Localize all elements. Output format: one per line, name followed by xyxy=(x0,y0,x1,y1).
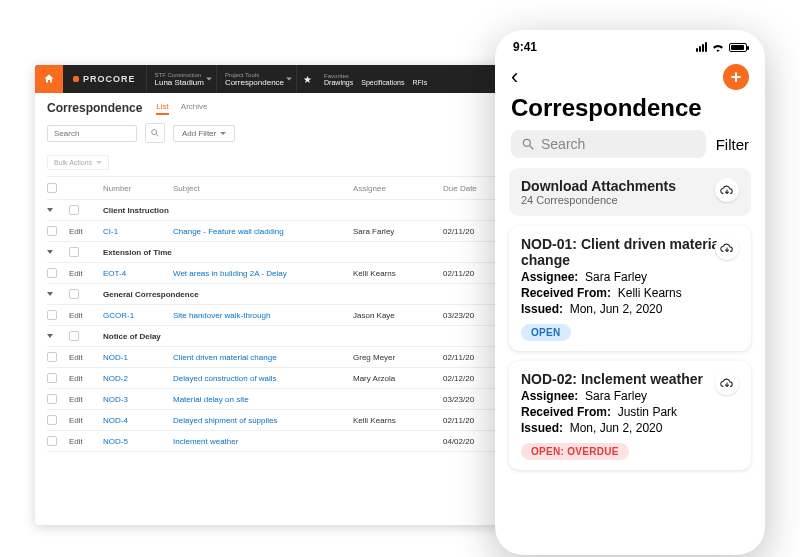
tabs: List Archive xyxy=(156,102,207,115)
row-due-date: 02/11/20 xyxy=(443,227,503,236)
edit-link[interactable]: Edit xyxy=(69,353,103,362)
row-due-date: 02/12/20 xyxy=(443,374,503,383)
fav-link[interactable]: Specifications xyxy=(361,79,404,86)
row-assignee: Kelli Kearns xyxy=(353,416,443,425)
row-due-date: 02/11/20 xyxy=(443,416,503,425)
cloud-download-icon[interactable] xyxy=(715,371,739,395)
row-due-date: 03/23/20 xyxy=(443,311,503,320)
edit-link[interactable]: Edit xyxy=(69,395,103,404)
status-bar: 9:41 xyxy=(495,30,765,58)
search-button[interactable] xyxy=(145,123,165,143)
fav-link[interactable]: Drawings xyxy=(324,79,353,86)
checkbox-group[interactable] xyxy=(69,331,79,341)
favorites: Favorites Drawings Specifications RFIs xyxy=(318,65,427,93)
edit-link[interactable]: Edit xyxy=(69,227,103,236)
row-number[interactable]: NOD-3 xyxy=(103,395,173,404)
row-due-date: 04/02/20 xyxy=(443,437,503,446)
card-title: NOD-01: Client driven material change xyxy=(521,236,739,268)
signal-icon xyxy=(696,42,707,52)
row-due-date: 02/11/20 xyxy=(443,353,503,362)
chevron-down-icon xyxy=(47,250,53,254)
col-number[interactable]: Number xyxy=(103,184,173,193)
home-button[interactable] xyxy=(35,65,63,93)
breadcrumb-tool[interactable]: Project Tools Correspondence xyxy=(216,65,296,93)
row-number[interactable]: NOD-5 xyxy=(103,437,173,446)
checkbox-row[interactable] xyxy=(47,226,57,236)
card-title: NOD-02: Inclement weather xyxy=(521,371,739,387)
mobile-header: ‹ + xyxy=(495,58,765,94)
search-icon xyxy=(150,128,160,138)
checkbox-group[interactable] xyxy=(69,289,79,299)
chevron-down-icon xyxy=(47,292,53,296)
star-icon[interactable]: ★ xyxy=(296,65,318,93)
edit-link[interactable]: Edit xyxy=(69,437,103,446)
battery-icon xyxy=(729,43,747,52)
checkbox-row[interactable] xyxy=(47,394,57,404)
svg-point-2 xyxy=(523,139,530,146)
row-number[interactable]: EOT-4 xyxy=(103,269,173,278)
download-attachments-card[interactable]: Download Attachments 24 Correspondence xyxy=(509,168,751,216)
checkbox-group[interactable] xyxy=(69,205,79,215)
wifi-icon xyxy=(711,42,725,52)
edit-link[interactable]: Edit xyxy=(69,416,103,425)
search-icon xyxy=(521,137,535,151)
row-number[interactable]: GCOR-1 xyxy=(103,311,173,320)
mobile-title: Correspondence xyxy=(495,94,765,130)
row-subject[interactable]: Client driven material change xyxy=(173,353,353,362)
cloud-download-icon[interactable] xyxy=(715,236,739,260)
edit-link[interactable]: Edit xyxy=(69,311,103,320)
tab-archive[interactable]: Archive xyxy=(181,102,208,115)
checkbox-row[interactable] xyxy=(47,436,57,446)
bulk-actions-button[interactable]: Bulk Actions xyxy=(47,155,109,170)
checkbox-row[interactable] xyxy=(47,310,57,320)
row-number[interactable]: NOD-2 xyxy=(103,374,173,383)
row-assignee: Sara Farley xyxy=(353,227,443,236)
row-assignee: Jason Kaye xyxy=(353,311,443,320)
col-assignee[interactable]: Assignee xyxy=(353,184,443,193)
edit-link[interactable]: Edit xyxy=(69,374,103,383)
checkbox-row[interactable] xyxy=(47,373,57,383)
mobile-app: 9:41 ‹ + Correspondence Search Filter Do… xyxy=(495,30,765,555)
row-due-date: 03/23/20 xyxy=(443,395,503,404)
page-title: Correspondence xyxy=(47,101,142,115)
filter-button[interactable]: Filter xyxy=(716,136,749,153)
row-subject[interactable]: Wet areas in building 2A - Delay xyxy=(173,269,353,278)
add-button[interactable]: + xyxy=(723,64,749,90)
correspondence-card[interactable]: NOD-01: Client driven material change As… xyxy=(509,226,751,351)
row-subject[interactable]: Delayed shipment of supplies xyxy=(173,416,353,425)
mobile-search-row: Search Filter xyxy=(495,130,765,168)
fav-link[interactable]: RFIs xyxy=(412,79,427,86)
status-pill: OPEN: OVERDUE xyxy=(521,443,629,460)
row-number[interactable]: NOD-4 xyxy=(103,416,173,425)
search-input[interactable] xyxy=(47,125,137,142)
row-assignee: Mary Arzola xyxy=(353,374,443,383)
checkbox-all[interactable] xyxy=(47,183,57,193)
row-subject[interactable]: Inclement weather xyxy=(173,437,353,446)
status-pill: OPEN xyxy=(521,324,571,341)
chevron-down-icon xyxy=(47,208,53,212)
row-number[interactable]: CI-1 xyxy=(103,227,173,236)
row-number[interactable]: NOD-1 xyxy=(103,353,173,362)
row-assignee: Greg Meyer xyxy=(353,353,443,362)
row-subject[interactable]: Material delay on site xyxy=(173,395,353,404)
mobile-search-input[interactable]: Search xyxy=(511,130,706,158)
edit-link[interactable]: Edit xyxy=(69,269,103,278)
correspondence-card[interactable]: NOD-02: Inclement weather Assignee: Sara… xyxy=(509,361,751,470)
row-subject[interactable]: Delayed construction of walls xyxy=(173,374,353,383)
tab-list[interactable]: List xyxy=(156,102,168,115)
row-subject[interactable]: Change - Feature wall cladding xyxy=(173,227,353,236)
col-subject[interactable]: Subject xyxy=(173,184,353,193)
checkbox-group[interactable] xyxy=(69,247,79,257)
add-filter-button[interactable]: Add Filter xyxy=(173,125,235,142)
checkbox-row[interactable] xyxy=(47,415,57,425)
cloud-download-icon[interactable] xyxy=(715,178,739,202)
checkbox-row[interactable] xyxy=(47,268,57,278)
svg-line-1 xyxy=(156,134,158,136)
row-subject[interactable]: Site handover walk-through xyxy=(173,311,353,320)
chevron-down-icon xyxy=(206,78,212,81)
breadcrumb-project[interactable]: STF Construction Luna Stadium xyxy=(146,65,216,93)
checkbox-row[interactable] xyxy=(47,352,57,362)
back-button[interactable]: ‹ xyxy=(511,64,518,90)
col-due-date[interactable]: Due Date xyxy=(443,184,503,193)
chevron-down-icon xyxy=(286,78,292,81)
